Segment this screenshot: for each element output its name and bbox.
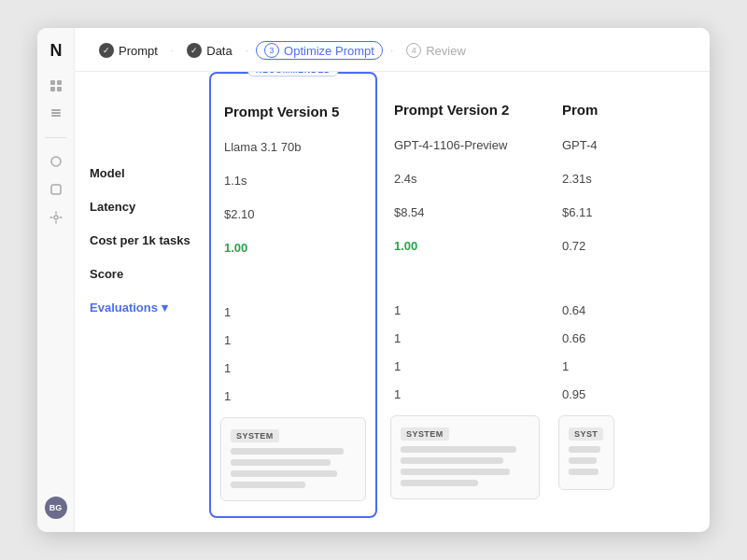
system-badge-v2: SYSTEM bbox=[401, 427, 449, 441]
version-latency-v5: 1.1s bbox=[211, 163, 375, 197]
prompt-line-partial-2 bbox=[569, 457, 597, 464]
prompt-line-v5-1 bbox=[231, 448, 344, 455]
step-num-review: 4 bbox=[406, 43, 421, 58]
step-num-optimize: 3 bbox=[264, 43, 279, 58]
version-latency-v2: 2.4s bbox=[381, 161, 549, 195]
version-eval-v2-1: 1 bbox=[381, 296, 549, 324]
sidebar-icon-layers[interactable] bbox=[46, 104, 66, 124]
svg-rect-0 bbox=[50, 80, 55, 85]
version-title-v5: Prompt Version 5 bbox=[211, 81, 375, 130]
wizard-step-review-label: Review bbox=[426, 44, 466, 58]
prompt-line-v2-1 bbox=[401, 446, 516, 453]
sidebar-icon-box[interactable] bbox=[46, 179, 66, 200]
version-score-v2: 1.00 bbox=[381, 229, 549, 262]
version-col-v5: RECOMMENDED Prompt Version 5 Llama 3.1 7… bbox=[209, 72, 377, 518]
version-title-partial: Prom bbox=[549, 79, 624, 128]
avatar[interactable]: BG bbox=[45, 497, 67, 519]
step-check-data: ✓ bbox=[187, 43, 202, 58]
prompt-line-v5-2 bbox=[231, 459, 331, 466]
svg-rect-5 bbox=[51, 115, 61, 117]
label-eval-4 bbox=[75, 408, 205, 436]
wizard-sep-3: · bbox=[388, 44, 395, 57]
labels-column: Model Latency Cost per 1k tasks Score Ev… bbox=[75, 72, 205, 518]
wizard-bar: ✓ Prompt · ✓ Data · 3 Optimize Prompt · … bbox=[75, 28, 710, 72]
version-eval-v5-4: 1 bbox=[211, 382, 375, 410]
version-eval-space-partial bbox=[549, 262, 624, 296]
version-eval-partial-3: 1 bbox=[549, 352, 624, 380]
version-eval-v2-2: 1 bbox=[381, 324, 549, 352]
label-cost: Cost per 1k tasks bbox=[75, 223, 205, 257]
version-eval-v2-3: 1 bbox=[381, 352, 549, 380]
version-prompt-preview-v5: SYSTEM bbox=[220, 417, 366, 501]
step-check-prompt: ✓ bbox=[99, 43, 114, 58]
label-score: Score bbox=[75, 257, 205, 290]
prompt-line-partial-1 bbox=[569, 446, 600, 453]
svg-point-9 bbox=[54, 216, 58, 219]
wizard-step-prompt[interactable]: ✓ Prompt bbox=[93, 41, 163, 60]
svg-rect-4 bbox=[51, 112, 61, 114]
prompt-line-v2-3 bbox=[401, 469, 510, 475]
version-eval-partial-2: 0.66 bbox=[549, 324, 624, 352]
version-model-v5: Llama 3.1 70b bbox=[211, 130, 375, 163]
wizard-step-optimize[interactable]: 3 Optimize Prompt bbox=[256, 41, 383, 60]
version-eval-partial-4: 0.95 bbox=[549, 380, 624, 408]
logo: N bbox=[50, 41, 62, 61]
prompt-line-partial-3 bbox=[569, 469, 599, 475]
version-model-v2: GPT-4-1106-Preview bbox=[381, 128, 549, 161]
prompt-line-v5-4 bbox=[231, 482, 305, 488]
version-latency-partial: 2.31s bbox=[549, 161, 624, 195]
svg-rect-1 bbox=[57, 80, 62, 85]
wizard-sep-2: · bbox=[244, 44, 250, 57]
sidebar-divider bbox=[45, 137, 66, 138]
version-eval-space-v5 bbox=[211, 264, 375, 298]
label-eval-1 bbox=[75, 324, 205, 352]
version-eval-v5-2: 1 bbox=[211, 326, 375, 354]
wizard-step-data[interactable]: ✓ Data bbox=[181, 41, 237, 60]
wizard-step-optimize-label: Optimize Prompt bbox=[284, 44, 374, 58]
wizard-step-prompt-label: Prompt bbox=[119, 44, 158, 58]
prompt-line-v2-4 bbox=[401, 480, 478, 486]
label-eval-2 bbox=[75, 352, 205, 380]
wizard-sep-1: · bbox=[169, 44, 176, 57]
version-col-v2: Prompt Version 2 GPT-4-1106-Preview 2.4s… bbox=[381, 72, 549, 518]
label-model: Model bbox=[75, 156, 205, 189]
table-area: Model Latency Cost per 1k tasks Score Ev… bbox=[75, 72, 710, 532]
version-prompt-preview-partial: SYST bbox=[558, 415, 614, 490]
version-eval-partial-1: 0.64 bbox=[549, 296, 624, 324]
sidebar-bottom: BG bbox=[45, 497, 67, 519]
sidebar-icon-settings[interactable] bbox=[46, 207, 66, 228]
svg-rect-8 bbox=[51, 185, 61, 194]
system-badge-v5: SYSTEM bbox=[231, 429, 279, 442]
main-content: ✓ Prompt · ✓ Data · 3 Optimize Prompt · … bbox=[75, 28, 710, 532]
version-cost-partial: $6.11 bbox=[549, 195, 624, 229]
version-score-partial: 0.72 bbox=[549, 229, 624, 262]
label-latency: Latency bbox=[75, 189, 205, 223]
svg-rect-2 bbox=[50, 87, 55, 91]
version-col-partial: Prom GPT-4 2.31s $6.11 0.72 0.64 0.66 1 … bbox=[549, 72, 624, 518]
svg-point-7 bbox=[51, 157, 61, 166]
wizard-step-data-label: Data bbox=[206, 44, 232, 58]
version-eval-space-v2 bbox=[381, 262, 549, 296]
system-badge-partial: SYST bbox=[569, 427, 603, 441]
version-prompt-preview-v2: SYSTEM bbox=[390, 415, 540, 499]
recommended-badge: RECOMMENDED bbox=[247, 72, 339, 77]
comparison-table: Model Latency Cost per 1k tasks Score Ev… bbox=[75, 72, 710, 518]
version-cost-v2: $8.54 bbox=[381, 195, 549, 229]
version-eval-v5-1: 1 bbox=[211, 298, 375, 326]
prompt-line-v2-2 bbox=[401, 457, 503, 464]
label-eval-3 bbox=[75, 380, 205, 408]
version-score-v5: 1.00 bbox=[211, 231, 375, 264]
sidebar-icon-grid[interactable] bbox=[46, 76, 66, 96]
svg-rect-6 bbox=[51, 109, 61, 111]
prompt-line-v5-3 bbox=[231, 470, 337, 477]
svg-rect-3 bbox=[57, 87, 62, 91]
version-cost-v5: $2.10 bbox=[211, 197, 375, 231]
label-evaluations[interactable]: Evaluations ▾ bbox=[75, 290, 205, 324]
version-eval-v2-4: 1 bbox=[381, 380, 549, 408]
version-eval-v5-3: 1 bbox=[211, 354, 375, 382]
sidebar-icon-circle[interactable] bbox=[46, 151, 66, 172]
sidebar: N bbox=[37, 28, 75, 532]
version-model-partial: GPT-4 bbox=[549, 128, 624, 161]
wizard-step-review[interactable]: 4 Review bbox=[401, 41, 472, 60]
version-title-v2: Prompt Version 2 bbox=[381, 79, 549, 128]
